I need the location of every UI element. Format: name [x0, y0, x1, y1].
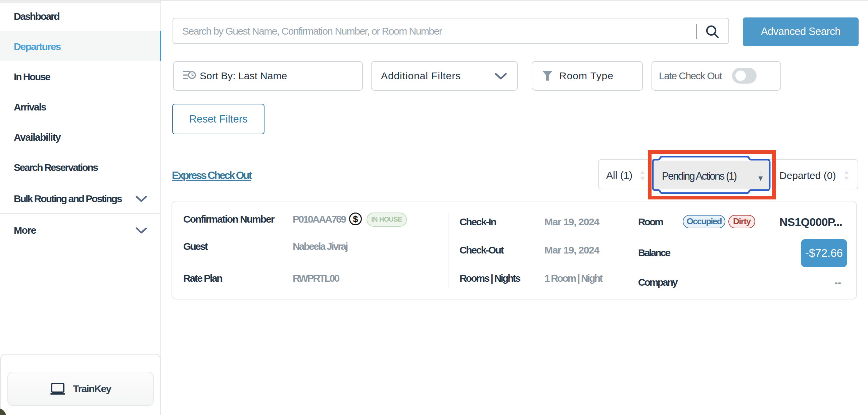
svg-text:$: $: [353, 214, 358, 224]
